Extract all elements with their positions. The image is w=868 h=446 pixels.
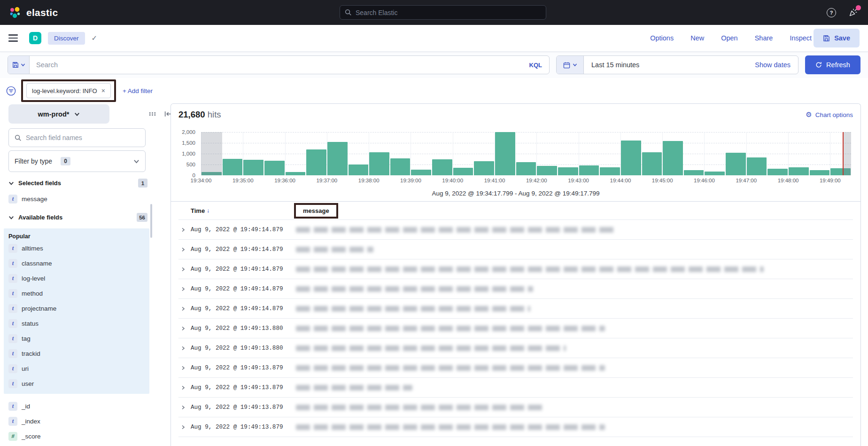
table-density-icon[interactable] xyxy=(148,110,156,118)
expand-row-icon[interactable] xyxy=(178,326,187,331)
field-item-log-level[interactable]: tlog-level xyxy=(8,271,149,286)
sidebar-scrollbar[interactable] xyxy=(150,204,152,238)
histogram-bar-19:43:30[interactable] xyxy=(600,167,620,175)
histogram-bar-19:37:30[interactable] xyxy=(349,164,369,175)
histogram-bar-19:40:30[interactable] xyxy=(474,161,494,175)
histogram-bar-19:43:00[interactable] xyxy=(579,165,599,175)
expand-row-icon[interactable] xyxy=(178,267,187,272)
refresh-button[interactable]: Refresh xyxy=(805,55,860,74)
histogram-bar-19:48:00[interactable] xyxy=(789,167,809,175)
toolbar-link-new[interactable]: New xyxy=(690,34,704,42)
histogram-bar-19:35:30[interactable] xyxy=(264,161,285,175)
histogram-bar-19:38:00[interactable] xyxy=(369,152,389,175)
redacted-message xyxy=(296,286,533,292)
histogram-bar-19:44:00[interactable] xyxy=(621,141,641,175)
histogram-plot[interactable] xyxy=(201,132,851,175)
menu-icon[interactable] xyxy=(8,34,18,41)
expand-row-icon[interactable] xyxy=(178,425,187,430)
selected-fields-accordion[interactable]: Selected fields 1 xyxy=(8,179,147,188)
help-icon[interactable]: ? xyxy=(827,8,836,17)
histogram-bar-19:45:00[interactable] xyxy=(663,141,683,175)
toolbar-link-inspect[interactable]: Inspect xyxy=(790,34,812,42)
histogram-bar-19:40:00[interactable] xyxy=(453,168,473,175)
gridline-vertical xyxy=(285,132,286,175)
field-item-status[interactable]: tstatus xyxy=(8,316,149,331)
field-item-alltimes[interactable]: talltimes xyxy=(8,241,149,256)
text-field-icon: t xyxy=(8,274,17,283)
field-item-trackid[interactable]: ttrackid xyxy=(8,346,149,361)
histogram-bar-19:34:30[interactable] xyxy=(223,159,243,175)
histogram-bar-19:39:00[interactable] xyxy=(411,170,431,175)
histogram-bar-19:41:30[interactable] xyxy=(516,162,536,175)
field-item-projectname[interactable]: tprojectname xyxy=(8,301,149,316)
date-picker-menu-button[interactable] xyxy=(557,56,584,74)
query-search-input[interactable] xyxy=(30,56,522,74)
filter-chip[interactable]: log-level.keyword: INFO × xyxy=(26,83,111,98)
field-item-_id[interactable]: t_id xyxy=(8,399,170,414)
histogram-bar-19:36:00[interactable] xyxy=(286,172,306,175)
histogram-bar-19:47:00[interactable] xyxy=(747,157,767,175)
remove-filter-icon[interactable]: × xyxy=(101,87,105,94)
field-search-box[interactable] xyxy=(8,128,146,147)
histogram-bar-19:35:00[interactable] xyxy=(243,160,264,175)
histogram-bar-19:45:30[interactable] xyxy=(684,170,704,175)
histogram-bar-19:47:30[interactable] xyxy=(767,169,788,175)
elastic-logo[interactable]: elastic xyxy=(8,6,58,19)
time-column-header[interactable]: Time ↓ xyxy=(191,207,290,214)
add-filter-button[interactable]: + Add filter xyxy=(123,87,153,94)
histogram-bar-19:42:00[interactable] xyxy=(537,166,557,175)
breadcrumb[interactable]: Discover xyxy=(48,32,85,45)
histogram-bar-19:39:30[interactable] xyxy=(432,159,452,175)
expand-row-icon[interactable] xyxy=(178,366,187,370)
filter-by-type-dropdown[interactable]: Filter by type 0 xyxy=(8,150,146,172)
global-search[interactable] xyxy=(340,5,546,20)
expand-row-icon[interactable] xyxy=(178,306,187,311)
field-item-message[interactable]: tmessage xyxy=(8,191,170,206)
field-item-user[interactable]: tuser xyxy=(8,376,149,391)
available-fields-accordion[interactable]: Available fields 56 xyxy=(8,213,147,222)
collapse-sidebar-icon[interactable] xyxy=(164,110,172,118)
histogram-bar-19:46:00[interactable] xyxy=(705,172,725,175)
newsfeed-icon[interactable] xyxy=(848,7,860,18)
global-search-input[interactable] xyxy=(356,9,541,16)
histogram-bar-19:42:30[interactable] xyxy=(558,167,578,175)
histogram-bar-19:44:30[interactable] xyxy=(642,152,662,175)
field-item-uri[interactable]: turi xyxy=(8,361,149,376)
toolbar-link-options[interactable]: Options xyxy=(650,34,674,42)
field-item-method[interactable]: tmethod xyxy=(8,286,149,301)
histogram-bar-19:37:00[interactable] xyxy=(327,142,348,175)
time-range-value[interactable]: Last 15 minutes xyxy=(584,61,647,69)
expand-row-icon[interactable] xyxy=(178,247,187,252)
filter-list-icon[interactable] xyxy=(6,86,16,96)
toolbar-link-share[interactable]: Share xyxy=(755,34,773,42)
toolbar-link-open[interactable]: Open xyxy=(721,34,737,42)
gridline-horizontal xyxy=(201,154,851,154)
histogram-bar-19:36:30[interactable] xyxy=(306,149,326,175)
field-item-tag[interactable]: ttag xyxy=(8,331,149,346)
expand-row-icon[interactable] xyxy=(178,405,187,410)
histogram-bar-19:38:30[interactable] xyxy=(390,158,411,175)
message-column-header[interactable]: message xyxy=(303,207,329,214)
field-item-_score[interactable]: #_score xyxy=(8,429,170,444)
field-item-_index[interactable]: t_index xyxy=(8,414,170,429)
expand-row-icon[interactable] xyxy=(178,227,187,232)
field-item-classname[interactable]: tclassname xyxy=(8,256,149,271)
histogram-bar-19:46:30[interactable] xyxy=(726,153,746,175)
save-button[interactable]: Save xyxy=(814,29,860,47)
expand-row-icon[interactable] xyxy=(178,385,187,390)
sort-descending-icon[interactable]: ↓ xyxy=(207,207,209,214)
saved-query-menu-button[interactable] xyxy=(8,56,30,74)
field-search-input[interactable] xyxy=(26,134,140,141)
expand-row-icon[interactable] xyxy=(178,287,187,291)
histogram-bar-19:48:30[interactable] xyxy=(810,170,830,176)
histogram-bar-19:41:00[interactable] xyxy=(495,132,515,175)
time-cell: Aug 9, 2022 @ 19:49:13.879 xyxy=(191,384,290,391)
query-language-button[interactable]: KQL xyxy=(522,62,549,69)
chart-options-button[interactable]: ⚙ Chart options xyxy=(806,110,853,119)
app-badge[interactable]: D xyxy=(29,32,41,44)
sidebar-header-icons xyxy=(148,110,172,118)
index-pattern-picker[interactable]: wm-prod* xyxy=(8,104,109,124)
show-dates-button[interactable]: Show dates xyxy=(755,61,798,69)
table-row: Aug 9, 2022 @ 19:49:13.879 xyxy=(178,397,853,417)
expand-row-icon[interactable] xyxy=(178,346,187,351)
